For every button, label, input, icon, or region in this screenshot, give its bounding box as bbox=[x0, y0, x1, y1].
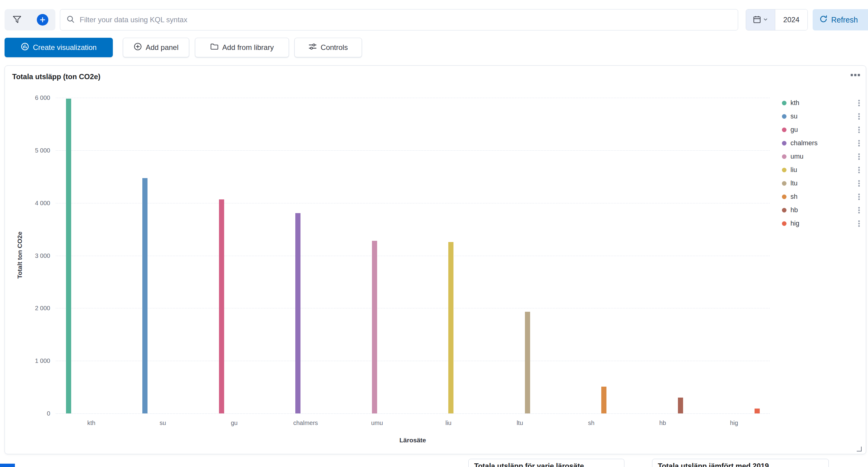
bar-sh[interactable] bbox=[601, 387, 607, 413]
legend-item-label: kth bbox=[790, 99, 799, 107]
x-tick-label: su bbox=[160, 419, 166, 427]
bar-chart: Totalt ton CO2e Lärosäte kthsuguchalmers… bbox=[5, 66, 866, 454]
legend-item-label: umu bbox=[790, 152, 804, 160]
filter-controls-group bbox=[5, 9, 55, 30]
legend-item-label: hb bbox=[790, 206, 798, 214]
refresh-label: Refresh bbox=[831, 16, 858, 24]
add-panel-button[interactable]: Add panel bbox=[123, 38, 189, 57]
x-tick-label: gu bbox=[231, 419, 238, 427]
x-axis-title: Lärosäte bbox=[399, 437, 426, 444]
controls-button[interactable]: Controls bbox=[294, 38, 362, 57]
legend-color-dot bbox=[782, 168, 786, 172]
bar-hig[interactable] bbox=[754, 409, 760, 413]
gridline bbox=[56, 256, 770, 256]
partial-panel-right: Totala utsläpp jämfört med 2019 bbox=[652, 459, 829, 467]
x-tick-label: umu bbox=[371, 419, 383, 427]
legend-color-dot bbox=[782, 154, 786, 159]
bar-hb[interactable] bbox=[678, 398, 683, 413]
plus-circle-icon bbox=[37, 14, 49, 26]
calendar-icon bbox=[753, 15, 761, 25]
legend-item-menu-button[interactable] bbox=[858, 113, 862, 120]
legend-item-label: chalmers bbox=[790, 139, 817, 147]
bar-kth[interactable] bbox=[66, 99, 71, 413]
lens-icon bbox=[21, 42, 29, 53]
bar-su[interactable] bbox=[142, 178, 148, 413]
legend-item-kth[interactable]: kth bbox=[782, 96, 862, 110]
refresh-icon bbox=[819, 15, 828, 25]
legend-item-menu-button[interactable] bbox=[858, 167, 862, 173]
legend-item-su[interactable]: su bbox=[782, 110, 862, 123]
legend-item-menu-button[interactable] bbox=[858, 180, 862, 186]
legend-item-label: ltu bbox=[790, 179, 798, 187]
y-tick-label: 0 bbox=[5, 410, 50, 417]
x-tick-label: liu bbox=[445, 419, 451, 427]
y-tick-label: 1 000 bbox=[5, 357, 50, 364]
legend-item-label: gu bbox=[790, 126, 798, 134]
legend-color-dot bbox=[782, 181, 786, 186]
x-tick-label: sh bbox=[588, 419, 594, 427]
bar-umu[interactable] bbox=[372, 241, 377, 413]
create-visualization-button[interactable]: Create visualization bbox=[5, 38, 113, 57]
legend-item-chalmers[interactable]: chalmers bbox=[782, 136, 862, 150]
x-tick-label: ltu bbox=[517, 419, 523, 427]
legend-item-menu-button[interactable] bbox=[858, 127, 862, 133]
x-tick-label: hb bbox=[659, 419, 666, 427]
plus-circle-outline-icon bbox=[133, 42, 142, 53]
x-tick-label: hig bbox=[730, 419, 738, 427]
gridline bbox=[56, 413, 770, 414]
chart-panel: Totala utsläpp (ton CO2e) Totalt ton CO2… bbox=[5, 65, 866, 454]
partial-panel-right-title: Totala utsläpp jämfört med 2019 bbox=[658, 462, 829, 467]
bar-liu[interactable] bbox=[448, 242, 454, 413]
legend-item-menu-button[interactable] bbox=[858, 100, 862, 106]
folder-icon bbox=[210, 42, 219, 53]
gridline bbox=[56, 361, 770, 361]
date-value-button[interactable]: 2024 bbox=[775, 9, 807, 30]
legend-color-dot bbox=[782, 127, 786, 132]
add-from-library-button[interactable]: Add from library bbox=[195, 38, 289, 57]
legend-color-dot bbox=[782, 141, 786, 146]
date-picker: 2024 bbox=[746, 9, 808, 30]
y-tick-label: 4 000 bbox=[5, 199, 50, 206]
chart-legend: kthsuguchalmersumuliultushhbhig bbox=[782, 96, 862, 230]
search-icon bbox=[66, 15, 75, 25]
legend-item-hb[interactable]: hb bbox=[782, 203, 862, 217]
filter-menu-button[interactable] bbox=[5, 9, 30, 30]
add-filter-button[interactable] bbox=[30, 9, 55, 30]
legend-color-dot bbox=[782, 195, 786, 199]
legend-color-dot bbox=[782, 208, 786, 212]
legend-item-label: hig bbox=[790, 220, 799, 227]
panel-resize-handle[interactable] bbox=[857, 447, 862, 451]
legend-item-menu-button[interactable] bbox=[858, 153, 862, 160]
legend-item-menu-button[interactable] bbox=[858, 140, 862, 146]
partial-panel-left-title: Totala utsläpp för varje lärosäte bbox=[474, 462, 624, 467]
legend-item-menu-button[interactable] bbox=[858, 221, 862, 227]
date-quick-select-button[interactable] bbox=[746, 9, 775, 30]
legend-item-label: sh bbox=[790, 193, 798, 201]
legend-item-umu[interactable]: umu bbox=[782, 150, 862, 163]
legend-color-dot bbox=[782, 114, 786, 119]
bar-gu[interactable] bbox=[219, 199, 224, 413]
y-tick-label: 6 000 bbox=[5, 94, 50, 101]
legend-item-ltu[interactable]: ltu bbox=[782, 177, 862, 190]
gridline bbox=[56, 308, 770, 309]
legend-item-sh[interactable]: sh bbox=[782, 190, 862, 203]
gridline bbox=[56, 98, 770, 98]
legend-color-dot bbox=[782, 101, 786, 105]
create-visualization-label: Create visualization bbox=[33, 43, 96, 52]
chevron-down-icon bbox=[763, 17, 768, 23]
bar-chalmers[interactable] bbox=[295, 213, 301, 413]
legend-item-menu-button[interactable] bbox=[858, 194, 862, 200]
legend-item-hig[interactable]: hig bbox=[782, 217, 862, 230]
kql-search-bar bbox=[60, 9, 738, 30]
y-tick-label: 2 000 bbox=[5, 305, 50, 312]
y-tick-label: 3 000 bbox=[5, 252, 50, 259]
legend-item-gu[interactable]: gu bbox=[782, 123, 862, 136]
legend-item-label: liu bbox=[790, 166, 797, 174]
bar-ltu[interactable] bbox=[525, 312, 530, 413]
sliders-icon bbox=[308, 42, 317, 53]
refresh-button[interactable]: Refresh bbox=[813, 9, 868, 30]
search-input[interactable] bbox=[79, 10, 738, 29]
legend-item-menu-button[interactable] bbox=[858, 207, 862, 213]
partial-panel-edge bbox=[0, 464, 15, 467]
legend-item-liu[interactable]: liu bbox=[782, 163, 862, 177]
